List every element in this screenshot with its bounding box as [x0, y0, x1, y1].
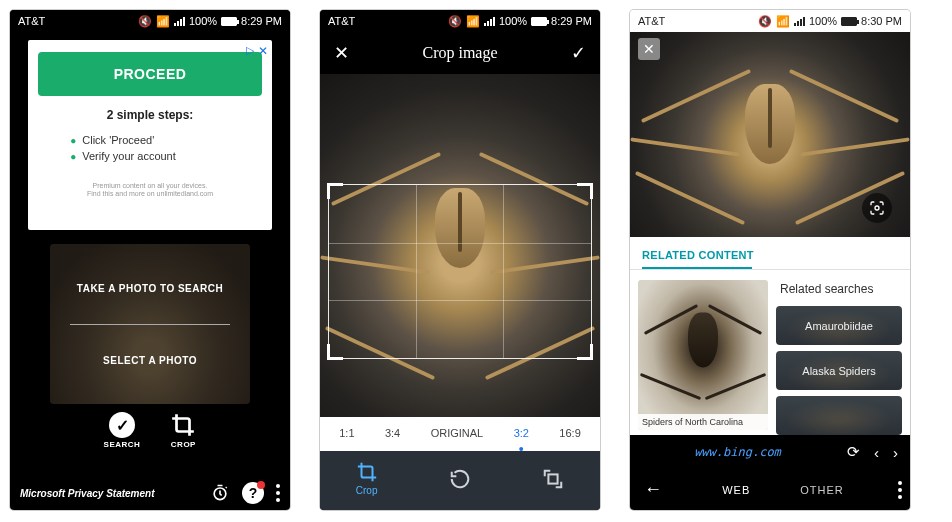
crop-handle-tl[interactable]: [327, 183, 343, 199]
notification-dot-icon: [257, 481, 265, 489]
signal-icon: [484, 16, 495, 26]
screen-search-app: AT&T 🔇 📶 100% 8:29 PM ▷ ✕ PROCEED 2 simp…: [10, 10, 290, 510]
ad-step-1: Click 'Proceed': [70, 132, 230, 148]
status-right: 🔇 📶 100% 8:29 PM: [448, 15, 592, 28]
battery-icon: [221, 17, 237, 26]
rotate-icon: [449, 468, 471, 490]
svg-point-2: [875, 206, 879, 210]
footer-right: ?: [210, 482, 280, 504]
svg-rect-1: [549, 474, 558, 483]
related-chip-alaska-spiders[interactable]: Alaska Spiders: [776, 351, 902, 390]
crop-handle-bl[interactable]: [327, 344, 343, 360]
status-bar: AT&T 🔇 📶 100% 8:29 PM: [320, 10, 600, 32]
result-thumb[interactable]: Spiders of North Carolina: [638, 280, 768, 430]
close-overlay-button[interactable]: ✕: [638, 38, 660, 60]
ad-steps-list: Click 'Proceed' Verify your account: [70, 132, 230, 164]
ad-steps-heading: 2 simple steps:: [36, 108, 264, 122]
signal-icon: [794, 16, 805, 26]
nav-forward-button[interactable]: ›: [893, 444, 898, 461]
expand-icon: [542, 468, 564, 490]
clock: 8:30 PM: [861, 15, 902, 27]
ad-fineprint: Premium content on all your devices. Fin…: [36, 182, 264, 199]
ratio-16-9[interactable]: 16:9: [559, 427, 580, 439]
ratio-3-4[interactable]: 3:4: [385, 427, 400, 439]
more-button[interactable]: [898, 481, 902, 499]
tabs: WEB OTHER: [676, 484, 890, 496]
nav-back-button[interactable]: ‹: [874, 444, 879, 461]
ratio-original[interactable]: ORIGINAL: [431, 427, 484, 439]
url-label[interactable]: www.bing.com: [642, 445, 833, 459]
search-tool[interactable]: ✓ SEARCH: [104, 412, 141, 449]
mute-icon: 🔇: [448, 15, 462, 28]
clock: 8:29 PM: [241, 15, 282, 27]
take-photo-button[interactable]: TAKE A PHOTO TO SEARCH: [77, 283, 223, 294]
wifi-icon: 📶: [776, 15, 790, 28]
related-content-heading: RELATED CONTENT: [630, 237, 910, 267]
battery-pct: 100%: [809, 15, 837, 27]
crop-icon: [170, 412, 196, 438]
related-searches: Related searches Amaurobiidae Alaska Spi…: [776, 280, 902, 435]
related-chip-amaurobiidae[interactable]: Amaurobiidae: [776, 306, 902, 345]
related-searches-title: Related searches: [776, 280, 902, 300]
crop-handle-tr[interactable]: [577, 183, 593, 199]
bottom-tabbar: ← WEB OTHER: [630, 469, 910, 510]
status-right: 🔇 📶 100% 8:30 PM: [758, 15, 902, 28]
check-circle-icon: ✓: [109, 412, 135, 438]
photo-panel: TAKE A PHOTO TO SEARCH SELECT A PHOTO: [50, 244, 250, 404]
panel-divider: [70, 324, 230, 325]
reload-button[interactable]: ⟳: [847, 443, 860, 461]
proceed-button[interactable]: PROCEED: [38, 52, 262, 96]
crop-label: CROP: [171, 440, 196, 449]
fullscreen-tab[interactable]: [542, 468, 564, 490]
close-button[interactable]: ✕: [334, 42, 349, 64]
wifi-icon: 📶: [156, 15, 170, 28]
ad-info-icon[interactable]: ▷: [246, 44, 254, 57]
select-photo-button[interactable]: SELECT A PHOTO: [103, 355, 197, 366]
mute-icon: 🔇: [138, 15, 152, 28]
crop-tool[interactable]: CROP: [170, 412, 196, 449]
toolbar: ✓ SEARCH CROP: [10, 412, 290, 449]
help-button[interactable]: ?: [242, 482, 264, 504]
ratio-1-1[interactable]: 1:1: [339, 427, 354, 439]
crop-handle-br[interactable]: [577, 344, 593, 360]
confirm-button[interactable]: ✓: [571, 42, 586, 64]
footer: Microsoft Privacy Statement ?: [10, 476, 290, 510]
more-button[interactable]: [276, 484, 280, 502]
crop-header: ✕ Crop image ✓: [320, 32, 600, 74]
battery-icon: [841, 17, 857, 26]
crop-tab-label: Crop: [356, 485, 378, 496]
carrier-label: AT&T: [328, 15, 355, 27]
privacy-link[interactable]: Microsoft Privacy Statement: [20, 488, 155, 499]
crop-rectangle[interactable]: [328, 184, 592, 359]
mute-icon: 🔇: [758, 15, 772, 28]
crop-title: Crop image: [422, 44, 497, 62]
screen-crop: AT&T 🔇 📶 100% 8:29 PM ✕ Crop image ✓: [320, 10, 600, 510]
visual-search-button[interactable]: [862, 193, 892, 223]
address-bar: www.bing.com ⟳ ‹ ›: [630, 435, 910, 469]
ad-close-icon[interactable]: ✕: [258, 44, 268, 58]
timer-icon[interactable]: [210, 483, 230, 503]
related-chip-more[interactable]: [776, 396, 902, 435]
lens-icon: [869, 200, 885, 216]
ad-step-2: Verify your account: [70, 148, 230, 164]
clock: 8:29 PM: [551, 15, 592, 27]
status-right: 🔇 📶 100% 8:29 PM: [138, 15, 282, 28]
thumb-caption: Spiders of North Carolina: [638, 414, 768, 430]
crop-canvas[interactable]: [320, 74, 600, 417]
status-bar: AT&T 🔇 📶 100% 8:30 PM: [630, 10, 910, 32]
ratio-3-2[interactable]: 3:2: [514, 427, 529, 439]
search-label: SEARCH: [104, 440, 141, 449]
rotate-tab[interactable]: [449, 468, 471, 490]
signal-icon: [174, 16, 185, 26]
crop-tab[interactable]: Crop: [356, 461, 378, 496]
battery-pct: 100%: [189, 15, 217, 27]
tab-web[interactable]: WEB: [722, 484, 750, 496]
hero-image: [630, 32, 910, 237]
back-arrow-button[interactable]: ←: [638, 479, 668, 500]
tab-other[interactable]: OTHER: [800, 484, 844, 496]
status-bar: AT&T 🔇 📶 100% 8:29 PM: [10, 10, 290, 32]
aspect-ratio-bar: 1:1 3:4 ORIGINAL 3:2 16:9: [320, 417, 600, 451]
ad-banner: ▷ ✕ PROCEED 2 simple steps: Click 'Proce…: [28, 40, 272, 230]
crop-icon: [356, 461, 378, 483]
results-row: Spiders of North Carolina Related search…: [630, 270, 910, 435]
